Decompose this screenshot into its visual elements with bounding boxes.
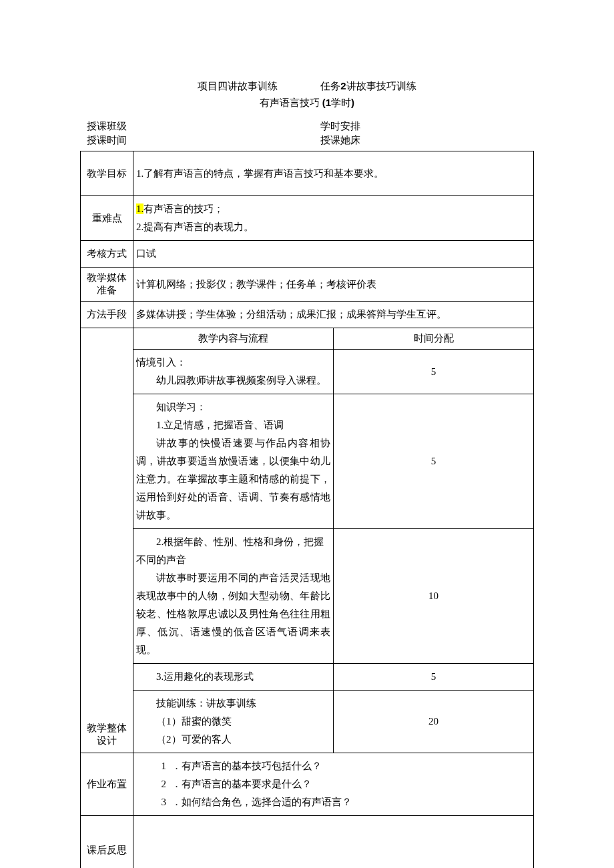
assess-text: 口试 <box>133 241 534 268</box>
design-row-4-time: 5 <box>334 664 534 691</box>
reflect-label: 课后反思 <box>81 816 133 869</box>
design-row-5-time: 20 <box>334 691 534 753</box>
design-row-2-time: 5 <box>334 394 534 529</box>
meta-block: 授课班级 学时安排 授课时间 授课她床 <box>87 120 534 147</box>
lesson-plan-table: 教学目标 1.了解有声语言的特点，掌握有声语言技巧和基本要求。 重难点 1.有声… <box>80 151 534 868</box>
media-label: 教学媒体准备 <box>81 268 133 302</box>
design-row-1-time: 5 <box>334 350 534 394</box>
design-row-3-time: 10 <box>334 529 534 664</box>
meta-time-label: 授课时间 <box>87 134 127 147</box>
reflect-text <box>133 816 534 869</box>
homework-text: 1．有声语言的基本技巧包括什么？ 2．有声语言的基本要求是什么？ 3．如何结合角… <box>133 753 534 816</box>
design-row-2: 知识学习： 1.立足情感，把握语音、语调 讲故事的快慢语速要与作品内容相协调，讲… <box>133 394 334 529</box>
design-row-5: 技能训练：讲故事训练 （1）甜蜜的微笑 （2）可爱的客人 <box>133 691 334 753</box>
design-label: 教学整体设计 <box>81 328 133 753</box>
design-time-header: 时间分配 <box>334 328 534 350</box>
difficulty-label: 重难点 <box>81 196 133 241</box>
design-content-header: 教学内容与流程 <box>133 328 334 350</box>
title-line-1: 项目四讲故事训练 任务2讲故事技巧训练 <box>80 80 534 93</box>
difficulty-1-highlight: 1. <box>136 203 143 214</box>
assess-label: 考核方式 <box>81 241 133 268</box>
homework-label: 作业布置 <box>81 753 133 816</box>
method-label: 方法手段 <box>81 302 133 328</box>
media-text: 计算机网络；投影仪；教学课件；任务单；考核评价表 <box>133 268 534 302</box>
difficulty-text: 1.有声语言的技巧； 2.提高有声语言的表现力。 <box>133 196 534 241</box>
design-row-3: 2.根据年龄、性别、性格和身份，把握不同的声音 讲故事时要运用不同的声音活灵活现… <box>133 529 334 664</box>
meta-hours-label: 学时安排 <box>320 120 360 133</box>
method-text: 多媒体讲授；学生体验；分组活动；成果汇报；成果答辩与学生互评。 <box>133 302 534 328</box>
meta-place-label: 授课她床 <box>320 134 360 147</box>
design-row-1: 情境引入： 幼儿园教师讲故事视频案例导入课程。 <box>133 350 334 394</box>
design-row-4: 3.运用趣化的表现形式 <box>133 664 334 691</box>
page: 项目四讲故事训练 任务2讲故事技巧训练 有声语言技巧 (1学时) 授课班级 学时… <box>0 0 614 868</box>
goal-text: 1.了解有声语言的特点，掌握有声语言技巧和基本要求。 <box>133 151 534 196</box>
project-title: 项目四讲故事训练 <box>198 80 278 93</box>
task-title: 任务2讲故事技巧训练 <box>320 80 416 93</box>
subtitle: 有声语言技巧 (1学时) <box>80 97 534 109</box>
goal-label: 教学目标 <box>81 151 133 196</box>
meta-class-label: 授课班级 <box>87 120 127 133</box>
